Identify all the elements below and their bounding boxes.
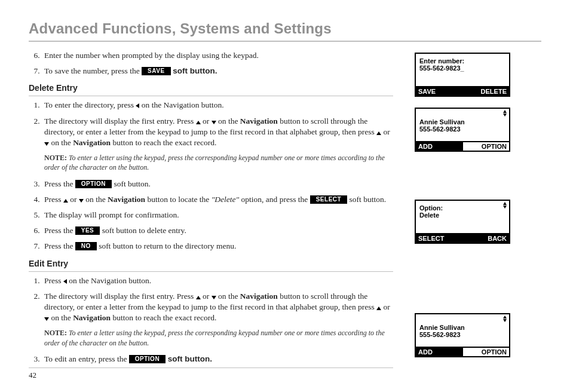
edit-steps: Press on the Navigation button. The dire… bbox=[29, 275, 393, 324]
delete-steps: To enter the directory, press on the Nav… bbox=[29, 100, 393, 148]
screen-line: Enter number: bbox=[419, 57, 505, 65]
screen-line: 555-562-9823 bbox=[419, 331, 505, 338]
step-6-text: Enter the number when prompted by the di… bbox=[44, 51, 259, 60]
text-column: Enter the number when prompted by the di… bbox=[29, 50, 393, 369]
screen-line: 555-562-9823 bbox=[419, 125, 505, 133]
down-arrow-icon bbox=[44, 317, 49, 321]
screen-option-delete: Option: Delete SELECT BACK bbox=[415, 200, 510, 244]
down-arrow-icon bbox=[212, 121, 216, 124]
up-arrow-icon bbox=[376, 307, 381, 310]
screen-enter-number: Enter number: 555-562-9823_ SAVE DELETE bbox=[415, 53, 510, 97]
screen-softkey-left: SELECT bbox=[416, 234, 462, 243]
up-arrow-icon bbox=[196, 296, 201, 299]
step-6: Enter the number when prompted by the di… bbox=[42, 50, 393, 61]
screen-softkey-left: SAVE bbox=[416, 87, 462, 96]
option-softkey: OPTION bbox=[75, 180, 112, 188]
down-arrow-icon bbox=[79, 199, 84, 203]
screen-softkey-right: OPTION bbox=[462, 142, 509, 151]
option-softkey: OPTION bbox=[129, 355, 166, 363]
up-arrow-icon bbox=[196, 121, 201, 124]
down-arrow-icon bbox=[212, 296, 216, 299]
up-arrow-icon bbox=[63, 199, 68, 203]
yes-softkey: YES bbox=[75, 226, 100, 235]
edit-step-2: The directory will display the first ent… bbox=[42, 291, 393, 324]
page: Advanced Functions, Systems and Settings… bbox=[0, 0, 570, 392]
edit-step-3: To edit an entry, press the OPTION soft … bbox=[42, 354, 393, 365]
intro-steps: Enter the number when prompted by the di… bbox=[29, 50, 393, 76]
page-number: 42 bbox=[29, 368, 393, 380]
delete-step-2: The directory will display the first ent… bbox=[42, 116, 393, 149]
screen-line: Option: bbox=[419, 204, 505, 212]
screen-line: Annie Sullivan bbox=[419, 324, 505, 331]
screen-contact-1: Annie Sullivan 555-562-9823 ADD OPTION bbox=[415, 108, 510, 152]
screen-softkey-right: DELETE bbox=[462, 87, 509, 96]
edit-entry-heading: Edit Entry bbox=[29, 258, 393, 272]
screen-softkey-right: OPTION bbox=[462, 348, 509, 356]
screen-softkey-left: ADD bbox=[416, 348, 462, 356]
screen-line: 555-562-9823_ bbox=[419, 65, 505, 72]
screens-column: Enter number: 555-562-9823_ SAVE DELETE … bbox=[410, 50, 541, 369]
screen-contact-2: Annie Sullivan 555-562-9823 ADD OPTION bbox=[415, 313, 510, 357]
delete-note: NOTE: To enter a letter using the keypad… bbox=[44, 153, 393, 172]
edit-note: NOTE: To enter a letter using the keypad… bbox=[44, 328, 393, 347]
select-softkey: SELECT bbox=[310, 195, 347, 204]
delete-step-6: Press the YES soft button to delete entr… bbox=[42, 225, 393, 236]
delete-entry-heading: Delete Entry bbox=[29, 82, 393, 96]
delete-step-3: Press the OPTION soft button. bbox=[42, 179, 393, 189]
content-columns: Enter the number when prompted by the di… bbox=[29, 50, 541, 369]
edit-steps-cont: To edit an entry, press the OPTION soft … bbox=[29, 354, 393, 365]
screen-line: Delete bbox=[419, 212, 505, 219]
delete-steps-cont: Press the OPTION soft button. Press or o… bbox=[29, 179, 393, 252]
delete-step-4: Press or on the Navigation button to loc… bbox=[42, 194, 393, 205]
edit-step-1: Press on the Navigation button. bbox=[42, 275, 393, 286]
save-softkey: SAVE bbox=[142, 67, 171, 75]
screen-softkey-right: BACK bbox=[462, 234, 509, 243]
page-title: Advanced Functions, Systems and Settings bbox=[29, 20, 541, 42]
delete-step-7: Press the NO soft button to return to th… bbox=[42, 241, 393, 252]
delete-step-5: The display will prompt for confirmation… bbox=[42, 210, 393, 220]
step-7: To save the number, press the SAVE soft … bbox=[42, 66, 393, 76]
down-arrow-icon bbox=[44, 142, 49, 146]
delete-step-1: To enter the directory, press on the Nav… bbox=[42, 100, 393, 111]
scroll-indicator-icon bbox=[503, 316, 507, 322]
scroll-indicator-icon bbox=[503, 110, 507, 117]
scroll-indicator-icon bbox=[503, 202, 507, 209]
screen-softkey-left: ADD bbox=[416, 142, 462, 151]
screen-line: Annie Sullivan bbox=[419, 118, 505, 125]
up-arrow-icon bbox=[376, 131, 381, 135]
step-7-a: To save the number, press the bbox=[44, 66, 142, 75]
no-softkey: NO bbox=[75, 242, 97, 250]
step-7-b: soft button. bbox=[171, 66, 217, 75]
